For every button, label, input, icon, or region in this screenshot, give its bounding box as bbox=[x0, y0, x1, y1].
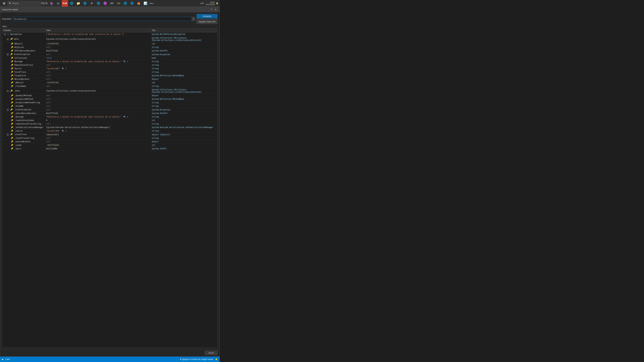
row-value-cell: null bbox=[45, 63, 150, 67]
value-dropdown-icon[interactable]: ▼ bbox=[66, 130, 66, 132]
app-2[interactable]: 🍇 bbox=[48, 0, 55, 6]
row-value-text: "System.Web" bbox=[46, 67, 60, 70]
row-name-cell: 🔑 _safeSerializationManager bbox=[2, 126, 45, 129]
notification-icon[interactable]: 🔔 bbox=[215, 358, 218, 361]
app-telegram[interactable]: ✈ bbox=[88, 0, 95, 6]
table-row: 🔑 _xptrs0x27c2e89cSystem.IntPtr bbox=[2, 147, 217, 150]
value-dropdown-icon[interactable]: ▼ bbox=[66, 68, 66, 69]
cerrar-button[interactable]: Cerrar bbox=[205, 351, 218, 355]
row-value-cell: "System.Web" 🔍 ▼ bbox=[45, 67, 150, 70]
table-row: ▶ 🔑 InnerExceptionnullSystem.Exception bbox=[2, 53, 217, 56]
actualizar-button[interactable]: Actualizar bbox=[196, 14, 218, 18]
row-type-text: string bbox=[152, 67, 159, 70]
row-type-text: int bbox=[152, 119, 155, 121]
row-type-cell: object {sbyte[]} bbox=[150, 133, 215, 136]
row-name-cell: 🔑 _remoteStackIndex bbox=[2, 119, 45, 122]
col-tipo: Tipo bbox=[150, 28, 215, 32]
magnifier-icon[interactable]: 🔍 bbox=[62, 130, 64, 132]
row-icon: 🔑 bbox=[11, 57, 13, 59]
row-value-text: null bbox=[46, 71, 51, 73]
row-name-cell: 🔑 IsTransient bbox=[2, 56, 45, 60]
app-chrome5[interactable]: 🌐 bbox=[129, 0, 135, 6]
row-value-cell: null bbox=[45, 84, 150, 88]
app-3[interactable]: 🗂 bbox=[55, 0, 62, 6]
app-chrome[interactable]: 🌐 bbox=[68, 0, 75, 6]
taskbar-apps: GLS. 🍇 🗂 RsB 🌐 📁 🌐 ✈ 🌐 🟣 🎮 VS 🌐 🌐 🦊 📊 Id… bbox=[42, 0, 200, 6]
row-icon: 🔑 bbox=[11, 71, 13, 73]
row-name-cell: 🔑 _source bbox=[2, 129, 45, 133]
row-value-text: 0x27c2e89c bbox=[46, 147, 58, 150]
magnifier-icon[interactable]: 🔍 bbox=[124, 116, 126, 118]
dialog-title: Inspección rápida bbox=[2, 8, 208, 11]
row-name-cell: 🔑 RemoteStackTrace bbox=[2, 63, 45, 67]
app-idea[interactable]: Idea... bbox=[149, 0, 155, 6]
magnifier-icon[interactable]: 🔍 bbox=[124, 60, 126, 63]
magnifier-icon[interactable]: 🔍 bbox=[62, 67, 64, 70]
expression-dropdown-button[interactable]: ▼ bbox=[192, 17, 195, 21]
help-button[interactable]: ? bbox=[210, 8, 213, 11]
row-value-text: null bbox=[46, 46, 51, 48]
row-type-cell: string bbox=[150, 84, 215, 88]
row-value-text: {sbyte[24]} bbox=[46, 133, 59, 136]
row-type-cell: string bbox=[150, 45, 215, 49]
row-value-cell: {System.Runtime.Serialization.SafeSerial… bbox=[45, 126, 150, 129]
row-name-cell: 🔑 _ipForWatsonBuckets bbox=[2, 112, 45, 115]
app-game[interactable]: 🎮 bbox=[109, 0, 115, 6]
app-chrome3[interactable]: 🌐 bbox=[95, 0, 102, 6]
expand-button[interactable]: ▶ bbox=[7, 38, 9, 40]
row-type-text: bool bbox=[152, 57, 156, 59]
statusbar-icon: ▶ bbox=[2, 358, 4, 361]
row-type-cell: int bbox=[150, 42, 215, 45]
value-dropdown-icon[interactable]: ▼ bbox=[127, 61, 128, 62]
expand-button[interactable]: ▼ bbox=[4, 33, 6, 35]
dialog-footer: Cerrar bbox=[0, 349, 220, 357]
row-type-cell: string bbox=[150, 70, 215, 74]
row-name-text: IsTransient bbox=[14, 57, 27, 59]
row-type-cell: int bbox=[150, 119, 215, 122]
taskbar: ⊞ 🔍 Buscar GLS. 🍇 🗂 RsB 🌐 📁 🌐 ✈ 🌐 🟣 🎮 VS… bbox=[0, 0, 220, 7]
row-type-text: System.Reflection.MethodBase bbox=[152, 74, 184, 77]
app-folder[interactable]: 📁 bbox=[75, 0, 82, 6]
row-name-cell: 🔑 _remoteStackTraceString bbox=[2, 122, 45, 126]
expand-button[interactable]: ▶ bbox=[7, 53, 9, 56]
app-gls[interactable]: GLS. bbox=[42, 0, 48, 6]
taskbar-search[interactable]: 🔍 Buscar bbox=[8, 1, 41, 6]
row-value-cell: "Referencia a objeto no establecida como… bbox=[45, 115, 150, 119]
expand-button[interactable]: ▶ bbox=[7, 90, 9, 92]
row-type-text: string bbox=[152, 46, 159, 48]
row-icon: 🔑 bbox=[11, 42, 13, 45]
value-dropdown-icon[interactable]: ▼ bbox=[127, 116, 128, 118]
expand-button[interactable]: ▶ bbox=[7, 133, 9, 136]
row-type-cell: System.NullReferenceException bbox=[150, 32, 215, 36]
expression-input[interactable] bbox=[13, 17, 192, 21]
row-value-cell: null bbox=[45, 104, 150, 108]
row-name-cell: ▶ 🔑 _stackTrace bbox=[2, 133, 45, 136]
app-chrome2[interactable]: 🌐 bbox=[82, 0, 88, 6]
app-dev[interactable]: VS bbox=[116, 0, 122, 6]
row-value-cell: -1073741819 bbox=[45, 143, 150, 147]
table-row: 🔑 _source"System.Web" 🔍 ▼string bbox=[2, 129, 217, 133]
agregar-inspeccion-button[interactable]: Agregar inspección bbox=[196, 19, 218, 24]
app-monitor[interactable]: 📊 bbox=[142, 0, 148, 6]
notification-bell-icon[interactable]: 🔔 bbox=[216, 2, 218, 4]
app-firefox[interactable]: 🦊 bbox=[136, 0, 142, 6]
row-type-cell: string bbox=[150, 129, 215, 133]
row-type-cell: string bbox=[150, 136, 215, 140]
app-chrome4[interactable]: 🌐 bbox=[122, 0, 128, 6]
row-value-text: 0x22fffe3d bbox=[46, 50, 58, 52]
row-value-text: false bbox=[46, 57, 52, 59]
row-name-text: _exceptionMethod bbox=[14, 98, 33, 100]
app-purple[interactable]: 🟣 bbox=[102, 0, 108, 6]
search-placeholder: Buscar bbox=[12, 2, 18, 4]
row-value-cell: {sbyte[24]} bbox=[45, 133, 150, 136]
close-button[interactable]: ✕ bbox=[214, 8, 218, 11]
row-name-cell: 🔑 WatsonBuckets bbox=[2, 77, 45, 81]
row-name-text: _safeSerializationManager bbox=[14, 126, 44, 129]
row-value-text: null bbox=[46, 101, 51, 104]
app-4[interactable]: RsB bbox=[62, 0, 68, 6]
expand-button[interactable]: ▶ bbox=[7, 109, 9, 111]
row-type-text: System.Collections.IDictionary {System.C… bbox=[152, 37, 202, 41]
table-row: 🔑 _classNamenullstring bbox=[2, 84, 217, 88]
source-control-label[interactable]: ⬆ Agregar al control de código fuente bbox=[180, 358, 213, 361]
start-button[interactable]: ⊞ bbox=[1, 1, 7, 6]
